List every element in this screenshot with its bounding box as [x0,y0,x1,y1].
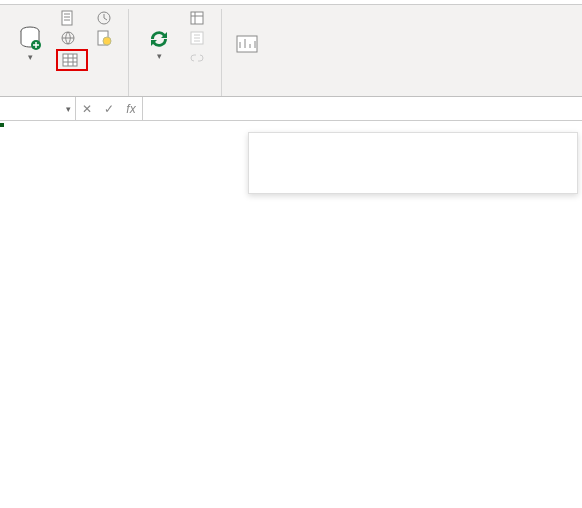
stocks-button[interactable] [230,9,264,79]
recent-icon [96,10,112,26]
svg-rect-2 [62,11,72,25]
web-icon [60,30,76,46]
formula-input[interactable] [143,97,582,120]
edit-links-button [185,49,213,67]
get-data-icon [18,25,42,53]
refresh-all-button[interactable]: ▾ [137,9,181,79]
formula-tooltip [248,132,578,194]
from-table-range-button[interactable] [56,49,88,71]
properties-button [185,29,213,47]
from-web-button[interactable] [56,29,88,47]
table-icon [62,52,78,68]
queries-connections-button[interactable] [185,9,213,27]
get-data-button[interactable]: ▾ [8,9,52,79]
table-selection-outline [0,123,4,127]
name-box[interactable]: ▾ [0,97,76,120]
enter-formula-icon: ✓ [98,102,120,116]
stocks-icon [235,32,259,56]
existing-icon [96,30,112,46]
svg-rect-8 [191,12,203,24]
recent-sources-button[interactable] [92,9,120,27]
text-csv-icon [60,10,76,26]
dropdown-icon: ▾ [28,53,33,63]
group-datatypes [222,9,272,96]
svg-point-7 [103,37,111,45]
dropdown-icon: ▾ [157,52,162,62]
queries-icon [189,10,205,26]
formula-bar: ▾ ✕ ✓ fx [0,97,582,121]
from-text-csv-button[interactable] [56,9,88,27]
properties-icon [189,30,205,46]
dropdown-icon[interactable]: ▾ [66,104,71,114]
name-box-input[interactable] [4,101,48,117]
svg-rect-4 [63,54,77,66]
cancel-formula-icon: ✕ [76,102,98,116]
refresh-icon [146,26,172,52]
fx-icon[interactable]: fx [120,102,142,116]
group-get-transform: ▾ [0,9,129,96]
edit-links-icon [189,50,205,66]
group-queries-connections: ▾ [129,9,222,96]
existing-connections-button[interactable] [92,29,120,47]
ribbon: ▾ [0,5,582,97]
